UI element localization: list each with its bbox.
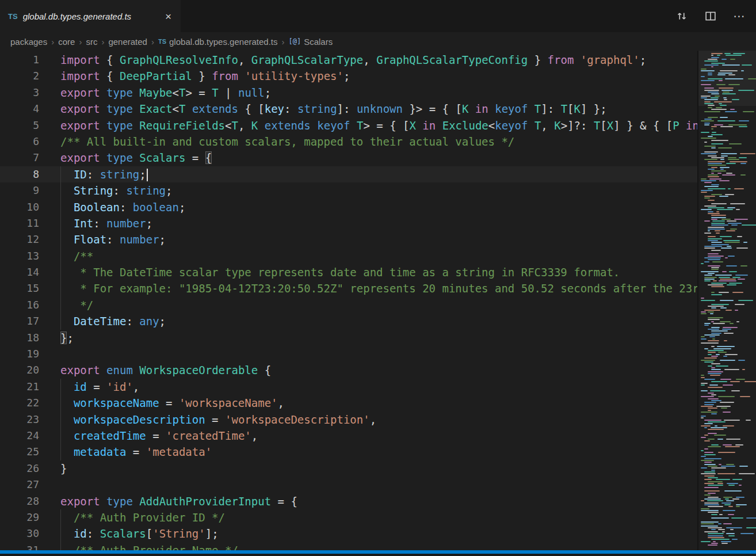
line-number[interactable]: 4 — [0, 101, 39, 117]
line-number[interactable]: 12 — [0, 231, 39, 247]
code-line[interactable]: 22 workspaceName = 'workspaceName', — [0, 395, 697, 411]
code-line-content: workspaceDescription = 'workspaceDescrip… — [39, 412, 697, 428]
code-line[interactable]: 24 createdTime = 'createdTime', — [0, 428, 697, 444]
minimap[interactable] — [697, 51, 756, 550]
minimap-segment — [743, 242, 747, 243]
line-number[interactable]: 21 — [0, 379, 39, 395]
code-line[interactable]: 18}; — [0, 330, 697, 346]
tab-global-db-types-generated[interactable]: TS global.db.types.generated.ts × — [0, 0, 181, 32]
code-line[interactable]: 14 * The DateTime scalar type represents… — [0, 264, 697, 280]
code-line[interactable]: 26} — [0, 460, 697, 477]
line-number[interactable]: 24 — [0, 428, 39, 444]
minimap-segment — [728, 223, 742, 224]
code-line[interactable]: 30 id: Scalars['String']; — [0, 525, 697, 542]
code-line[interactable]: 5export type RequireFields<T, K extends … — [0, 117, 697, 134]
code-line[interactable]: 10 Boolean: boolean; — [0, 199, 697, 215]
line-number[interactable]: 26 — [0, 460, 39, 477]
line-number[interactable]: 19 — [0, 346, 39, 362]
line-number[interactable]: 15 — [0, 280, 39, 296]
code-line[interactable]: 17 DateTime: any; — [0, 313, 697, 329]
open-changes-icon[interactable] — [675, 10, 688, 22]
line-number[interactable]: 7 — [0, 150, 39, 166]
line-number[interactable]: 27 — [0, 477, 39, 493]
breadcrumb-item-src[interactable]: src — [86, 37, 97, 47]
breadcrumb-item-core[interactable]: core — [58, 37, 75, 47]
line-number[interactable]: 8 — [0, 166, 39, 182]
breadcrumb-item-scalars[interactable]: [@]Scalars — [289, 37, 333, 47]
code-line[interactable]: 4export type Exact<T extends { [key: str… — [0, 101, 697, 117]
line-number[interactable]: 13 — [0, 248, 39, 264]
code-line[interactable]: 1import { GraphQLResolveInfo, GraphQLSca… — [0, 52, 697, 68]
split-editor-icon[interactable] — [704, 10, 717, 22]
minimap-segment — [708, 253, 719, 254]
code-token: createdTime — [60, 429, 146, 442]
code-line[interactable]: 31 /** Auth Provider Name */ — [0, 542, 697, 550]
code-line[interactable]: 12 Float: number; — [0, 231, 697, 247]
minimap-segment — [704, 124, 709, 125]
line-number[interactable]: 14 — [0, 264, 39, 280]
minimap-segment — [701, 209, 712, 210]
minimap-segment — [730, 203, 745, 204]
code-line[interactable]: 15 * For example: "1985-04-12T23:20:50.5… — [0, 280, 697, 296]
minimap-segment — [732, 539, 738, 540]
minimap-segment — [728, 157, 737, 158]
minimap-segment — [708, 240, 718, 241]
code-line[interactable]: 2import { DeepPartial } from 'utility-ty… — [0, 68, 697, 84]
line-number[interactable]: 11 — [0, 215, 39, 231]
minimap-segment — [711, 167, 717, 168]
code-line[interactable]: 6/** All built-in and custom scalars, ma… — [0, 134, 697, 150]
code-line[interactable]: 23 workspaceDescription = 'workspaceDesc… — [0, 412, 697, 428]
breadcrumb-item-global-db-types-generated-ts[interactable]: TSglobal.db.types.generated.ts — [158, 37, 278, 47]
code-line[interactable]: 9 String: string; — [0, 182, 697, 199]
line-number[interactable]: 23 — [0, 412, 39, 428]
more-actions-icon[interactable]: ⋯ — [733, 10, 746, 22]
minimap-segment — [701, 416, 706, 417]
line-number[interactable]: 28 — [0, 493, 39, 509]
minimap-segment — [727, 246, 731, 247]
line-number[interactable]: 9 — [0, 182, 39, 199]
line-number[interactable]: 29 — [0, 509, 39, 525]
code-line[interactable]: 11 Int: number; — [0, 215, 697, 231]
line-number[interactable]: 5 — [0, 117, 39, 134]
line-number[interactable]: 25 — [0, 444, 39, 460]
code-line[interactable]: 29 /** Auth Provider ID */ — [0, 509, 697, 525]
line-number[interactable]: 2 — [0, 68, 39, 84]
code-token: } — [60, 462, 67, 475]
code-lines[interactable]: 1import { GraphQLResolveInfo, GraphQLSca… — [0, 51, 697, 550]
code-line[interactable]: 21 id = 'id', — [0, 379, 697, 395]
code-line[interactable]: 8 ID: string; — [0, 166, 697, 182]
line-number[interactable]: 20 — [0, 362, 39, 378]
line-number[interactable]: 3 — [0, 85, 39, 101]
line-number[interactable]: 1 — [0, 52, 39, 68]
line-number[interactable]: 6 — [0, 134, 39, 150]
minimap-segment — [711, 327, 720, 328]
code-line[interactable]: 7export type Scalars = { — [0, 150, 697, 166]
minimap-segment — [701, 190, 713, 191]
minimap-segment — [704, 334, 720, 336]
line-number[interactable]: 16 — [0, 297, 39, 313]
code-line[interactable]: 28export type AddAuthProviderInput = { — [0, 493, 697, 509]
line-number[interactable]: 30 — [0, 525, 39, 542]
code-token: keyof — [495, 119, 528, 132]
line-number[interactable]: 10 — [0, 199, 39, 215]
breadcrumb-separator: › — [151, 37, 154, 47]
minimap-segment — [708, 544, 717, 546]
minimap-segment — [732, 498, 740, 500]
line-number[interactable]: 17 — [0, 313, 39, 329]
code-line[interactable]: 20export enum WorkspaceOrderable { — [0, 362, 697, 378]
minimap-segment — [704, 277, 717, 278]
line-number[interactable]: 18 — [0, 330, 39, 346]
minimap-segment — [701, 84, 711, 85]
code-line[interactable]: 27 — [0, 477, 697, 493]
minimap-segment — [708, 350, 724, 351]
code-line[interactable]: 25 metadata = 'metadata' — [0, 444, 697, 460]
code-line[interactable]: 3export type Maybe<T> = T | null; — [0, 85, 697, 101]
breadcrumb-item-generated[interactable]: generated — [108, 37, 147, 47]
code-line[interactable]: 16 */ — [0, 297, 697, 313]
code-line[interactable]: 19 — [0, 346, 697, 362]
breadcrumb-item-packages[interactable]: packages — [10, 37, 47, 47]
line-number[interactable]: 31 — [0, 542, 39, 550]
code-line[interactable]: 13 /** — [0, 248, 697, 264]
line-number[interactable]: 22 — [0, 395, 39, 411]
close-tab-icon[interactable]: × — [163, 10, 174, 23]
